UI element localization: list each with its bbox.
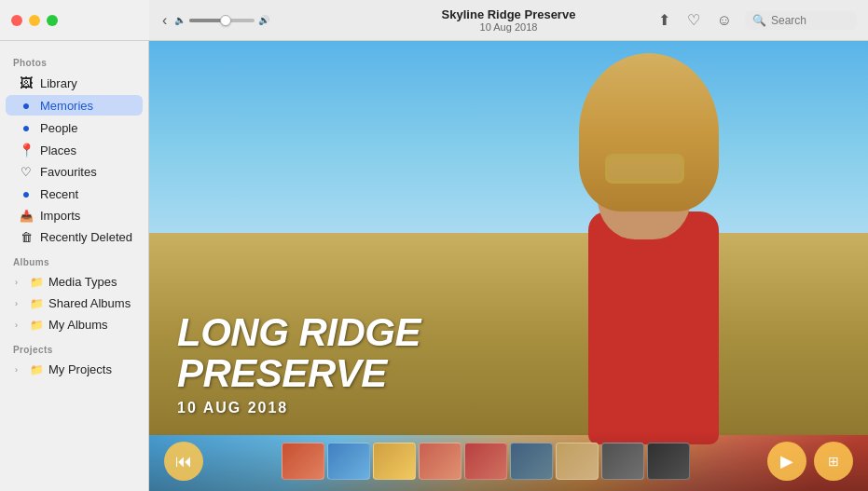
sidebar-item-label: Places [40, 143, 76, 157]
photos-section-label: Photos [0, 48, 148, 72]
favourite-button[interactable]: ♡ [683, 9, 704, 31]
thumbnail-2[interactable] [327, 443, 370, 480]
sidebar: Photos 🖼 Library ● Memories ● People 📍 P… [0, 0, 149, 491]
overlay-date: 10 AUG 2018 [177, 400, 420, 416]
toolbar: ‹ 🔈 🔊 Skyline Ridge Preserve 10 Aug 2018… [149, 0, 868, 41]
sidebar-item-label: Library [40, 76, 77, 90]
thumbnail-9[interactable] [647, 443, 690, 480]
sidebar-group-label: Media Types [48, 275, 117, 289]
sidebar-item-imports[interactable]: 📥 Imports [6, 206, 143, 225]
close-button[interactable] [11, 15, 22, 26]
emoji-button[interactable]: ☺ [713, 10, 736, 31]
chevron-right-icon: › [15, 278, 24, 287]
folder-icon: 📁 [29, 319, 44, 332]
share-button[interactable]: ⬆ [654, 9, 674, 31]
sidebar-item-my-projects[interactable]: › 📁 My Projects [6, 360, 143, 379]
play-icon: ▶ [780, 451, 793, 471]
person-hair [579, 53, 719, 211]
person-figure [560, 137, 793, 444]
minimize-button[interactable] [29, 15, 40, 26]
thumbnail-1[interactable] [282, 443, 324, 480]
imports-icon: 📥 [19, 210, 34, 223]
main-content: ‹ 🔈 🔊 Skyline Ridge Preserve 10 Aug 2018… [149, 0, 868, 491]
albums-section-label: Albums [0, 248, 148, 271]
sidebar-item-media-types[interactable]: › 📁 Media Types [6, 272, 143, 292]
sidebar-item-label: Favourites [40, 165, 97, 179]
photo-area: LONG RIDGEPRESERVE 10 AUG 2018 ⏮ [149, 41, 868, 491]
projects-section-label: Projects [0, 335, 148, 359]
sidebar-item-recently-deleted[interactable]: 🗑 Recently Deleted [6, 227, 143, 247]
search-input[interactable] [771, 14, 846, 27]
sidebar-group-label: My Projects [48, 362, 112, 376]
chevron-right-icon: › [15, 321, 24, 330]
heart-icon: ♡ [687, 11, 700, 29]
chevron-right-icon: › [15, 299, 24, 308]
sidebar-item-label: Imports [40, 209, 80, 223]
bottom-controls: ⏮ ▶ ⊞ [149, 431, 868, 491]
sidebar-item-shared-albums[interactable]: › 📁 Shared Albums [6, 293, 143, 313]
sidebar-item-recent[interactable]: ● Recent [6, 184, 143, 204]
thumbnail-3[interactable] [373, 443, 416, 480]
thumbnail-4[interactable] [419, 443, 462, 480]
person-body [588, 211, 719, 444]
recent-icon: ● [19, 186, 34, 201]
back-button[interactable]: ‹ [160, 10, 169, 31]
smile-icon: ☺ [717, 12, 732, 29]
volume-icon: 🔈 [174, 15, 186, 25]
thumbnail-5[interactable] [464, 443, 507, 480]
library-icon: 🖼 [19, 75, 34, 90]
volume-high-icon: 🔊 [258, 15, 269, 25]
grid-icon: ⊞ [828, 454, 839, 469]
thumbnail-strip [282, 440, 690, 483]
bottom-right-controls: ▶ ⊞ [767, 442, 853, 481]
folder-icon: 📁 [29, 276, 44, 289]
volume-control[interactable]: 🔈 🔊 [174, 15, 269, 25]
photo-overlay-text: LONG RIDGEPRESERVE 10 AUG 2018 [177, 312, 420, 416]
folder-icon: 📁 [29, 297, 44, 310]
person-glasses [605, 154, 684, 184]
sidebar-item-label: Memories [40, 99, 93, 113]
people-icon: ● [19, 120, 34, 135]
rewind-button[interactable]: ⏮ [164, 442, 203, 481]
toolbar-right: ⬆ ♡ ☺ 🔍 [654, 9, 857, 31]
sidebar-item-label: Recent [40, 187, 78, 201]
sidebar-item-memories[interactable]: ● Memories [6, 95, 143, 116]
grid-button[interactable]: ⊞ [814, 442, 853, 481]
memories-icon: ● [19, 98, 34, 113]
photo-scene: LONG RIDGEPRESERVE 10 AUG 2018 [149, 41, 868, 491]
overlay-title: LONG RIDGEPRESERVE [177, 312, 420, 394]
play-button[interactable]: ▶ [767, 442, 806, 481]
search-box[interactable]: 🔍 [745, 11, 857, 30]
sidebar-item-label: Recently Deleted [40, 230, 132, 244]
toolbar-left: ‹ 🔈 🔊 [160, 10, 269, 31]
chevron-right-icon: › [15, 365, 24, 375]
sidebar-item-library[interactable]: 🖼 Library [6, 73, 143, 93]
folder-icon: 📁 [29, 363, 44, 376]
share-icon: ⬆ [658, 11, 670, 29]
toolbar-center: Skyline Ridge Preserve 10 Aug 2018 [442, 7, 576, 34]
volume-slider[interactable] [189, 19, 255, 22]
sidebar-item-places[interactable]: 📍 Places [6, 140, 143, 160]
sidebar-item-label: People [40, 121, 77, 135]
photo-title: Skyline Ridge Preserve [442, 7, 576, 22]
places-icon: 📍 [19, 143, 34, 157]
sidebar-group-label: My Albums [48, 318, 108, 332]
trash-icon: 🗑 [19, 230, 34, 244]
rewind-icon: ⏮ [175, 452, 192, 471]
sidebar-item-favourites[interactable]: ♡ Favourites [6, 162, 143, 182]
search-icon: 🔍 [752, 14, 766, 27]
favourites-icon: ♡ [19, 165, 34, 179]
thumbnail-6[interactable] [510, 443, 553, 480]
window-controls [0, 0, 149, 41]
maximize-button[interactable] [47, 15, 58, 26]
thumbnail-8[interactable] [601, 443, 644, 480]
thumbnail-7[interactable] [556, 443, 599, 480]
sidebar-item-people[interactable]: ● People [6, 117, 143, 138]
sidebar-item-my-albums[interactable]: › 📁 My Albums [6, 315, 143, 334]
photo-date: 10 Aug 2018 [442, 21, 576, 33]
sidebar-group-label: Shared Albums [48, 296, 131, 310]
